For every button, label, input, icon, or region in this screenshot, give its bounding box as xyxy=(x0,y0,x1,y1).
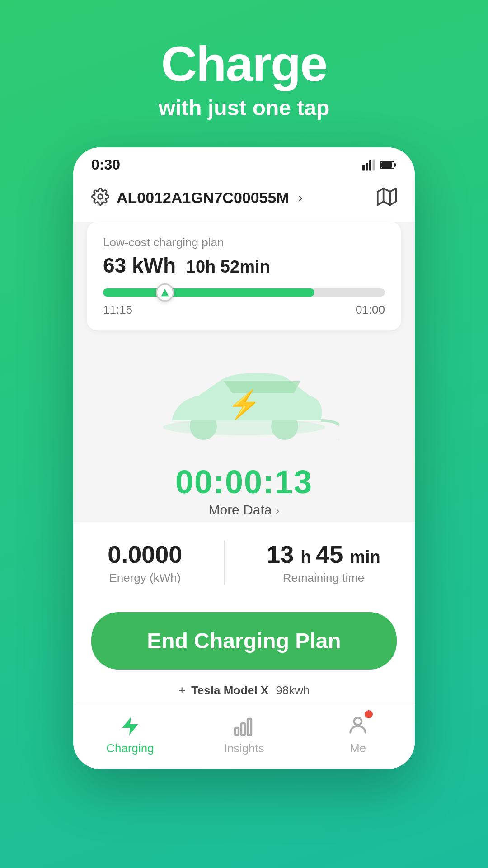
svg-rect-18 xyxy=(241,723,245,735)
plan-value: 63 kWh 10h 52min xyxy=(103,253,385,278)
add-vehicle-capacity: 98kwh xyxy=(276,684,310,698)
svg-rect-2 xyxy=(369,160,371,171)
status-bar: 0:30 xyxy=(73,147,415,178)
more-data-link[interactable]: More Data › xyxy=(208,502,279,518)
add-vehicle-name: Tesla Model X xyxy=(191,684,268,698)
gear-icon[interactable] xyxy=(91,188,109,208)
bottom-nav: Charging Insights xyxy=(73,705,415,769)
remaining-min-unit: min xyxy=(350,547,380,566)
status-icons xyxy=(362,159,397,171)
svg-rect-6 xyxy=(381,162,392,168)
end-button-wrap: End Charging Plan xyxy=(73,603,415,674)
remaining-value: 13 h 45 min xyxy=(267,540,380,568)
energy-stat: 0.0000 Energy (kWh) xyxy=(108,540,182,585)
add-vehicle-prefix: + xyxy=(178,683,186,698)
stat-divider xyxy=(224,540,225,585)
plan-energy: 63 kWh xyxy=(103,254,176,277)
insights-nav-label: Insights xyxy=(224,741,264,755)
svg-marker-11 xyxy=(161,289,169,297)
map-icon[interactable] xyxy=(377,187,397,208)
me-badge-wrap xyxy=(347,714,369,738)
progress-time-start: 11:15 xyxy=(103,303,132,317)
progress-bar-container xyxy=(103,288,385,297)
signal-icon xyxy=(362,159,376,171)
progress-time-end: 01:00 xyxy=(356,303,385,317)
svg-rect-3 xyxy=(373,159,375,170)
end-charging-button[interactable]: End Charging Plan xyxy=(91,612,397,670)
add-vehicle-row[interactable]: + Tesla Model X 98kwh xyxy=(73,674,415,705)
progress-thumb xyxy=(156,283,174,302)
car-illustration: ⚡ xyxy=(149,350,339,459)
station-id-chevron[interactable]: › xyxy=(298,190,303,205)
remaining-h-unit: h xyxy=(300,547,316,566)
plan-time: 10h 52min xyxy=(186,257,270,276)
me-notification-badge xyxy=(365,710,373,718)
svg-text:⚡: ⚡ xyxy=(227,388,261,420)
progress-times: 11:15 01:00 xyxy=(103,303,385,317)
nav-me[interactable]: Me xyxy=(301,714,415,755)
header: Charge with just one tap xyxy=(0,0,488,147)
insights-nav-icon xyxy=(232,714,256,738)
remaining-stat: 13 h 45 min Remaining time xyxy=(267,540,380,585)
stats-row: 0.0000 Energy (kWh) 13 h 45 min Remainin… xyxy=(73,522,415,603)
header-subtitle: with just one tap xyxy=(0,95,488,120)
more-data-chevron: › xyxy=(276,504,280,517)
svg-rect-0 xyxy=(362,165,365,171)
plan-label: Low-cost charging plan xyxy=(103,236,385,250)
svg-marker-16 xyxy=(122,717,138,735)
station-id: AL0012A1GN7C00055M xyxy=(117,189,289,207)
nav-insights[interactable]: Insights xyxy=(187,714,301,755)
phone-mockup: 0:30 xyxy=(73,147,415,769)
svg-marker-8 xyxy=(378,189,396,205)
nav-charging[interactable]: Charging xyxy=(73,714,187,755)
svg-point-7 xyxy=(98,194,103,199)
top-nav: AL0012A1GN7C00055M › xyxy=(73,178,415,222)
svg-point-20 xyxy=(354,717,362,725)
me-nav-label: Me xyxy=(350,741,366,755)
header-title: Charge xyxy=(0,36,488,91)
svg-rect-5 xyxy=(394,163,396,167)
energy-value: 0.0000 xyxy=(108,540,182,568)
plan-card: Low-cost charging plan 63 kWh 10h 52min … xyxy=(87,222,401,330)
charging-nav-label: Charging xyxy=(106,741,154,755)
top-nav-left: AL0012A1GN7C00055M › xyxy=(91,188,303,208)
charging-nav-icon xyxy=(118,714,142,738)
svg-rect-19 xyxy=(248,719,251,735)
status-time: 0:30 xyxy=(91,156,120,173)
more-data-label: More Data xyxy=(208,502,272,517)
progress-bar-fill xyxy=(103,288,314,297)
remaining-label: Remaining time xyxy=(283,571,365,585)
svg-rect-1 xyxy=(366,163,368,171)
battery-icon xyxy=(380,159,397,171)
car-area: ⚡ 00:00:13 More Data › xyxy=(73,341,415,522)
remaining-min: 45 xyxy=(316,541,343,568)
me-nav-icon xyxy=(346,714,370,738)
svg-point-12 xyxy=(163,419,325,435)
remaining-h: 13 xyxy=(267,541,294,568)
energy-label: Energy (kWh) xyxy=(109,571,181,585)
svg-rect-17 xyxy=(235,728,239,735)
timer-display: 00:00:13 xyxy=(175,463,313,500)
